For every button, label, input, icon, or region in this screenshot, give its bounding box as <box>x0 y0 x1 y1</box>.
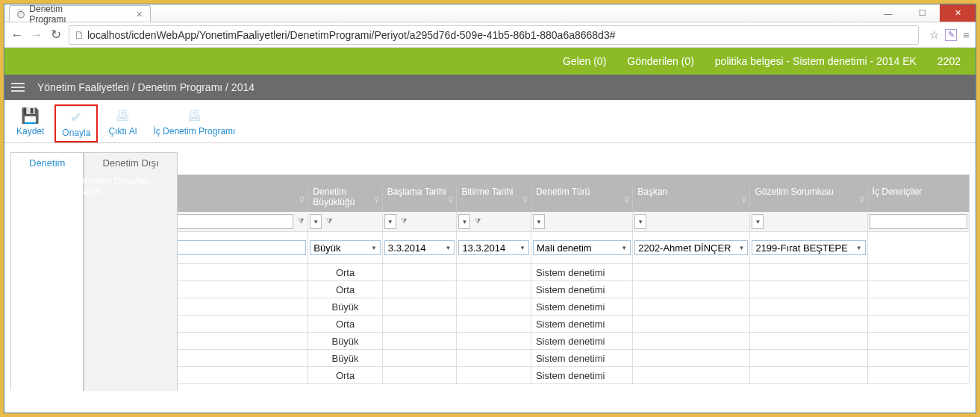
filter-funnel-icon[interactable]: ⧩ <box>295 214 306 229</box>
edit-icon[interactable]: ✎ <box>945 29 957 41</box>
hamburger-icon[interactable] <box>4 83 31 92</box>
filter-tur[interactable]: ▼ <box>533 214 545 229</box>
edit-baslama[interactable]: 3.3.2014▼ <box>384 240 455 255</box>
pin-icon[interactable]: ⚲ <box>741 195 746 204</box>
col-baslik[interactable]: Başlık⚲ <box>73 186 308 212</box>
edit-bitirme[interactable]: 13.3.2014▼ <box>458 240 529 255</box>
filter-funnel-icon[interactable]: ⧩ <box>323 214 335 229</box>
print2-icon: 🖶 <box>187 107 202 124</box>
col-gozetim[interactable]: Gözetim Sorumlusu⚲ <box>750 186 867 212</box>
forward-icon[interactable]: → <box>30 28 43 43</box>
star-icon[interactable]: ☆ <box>929 28 939 42</box>
close-window-button[interactable]: ✕ <box>940 4 976 22</box>
approve-button[interactable]: ✔ Onayla <box>54 104 98 142</box>
window-titlebar: ◯ Denetim Programı × — ☐ ✕ <box>4 4 976 22</box>
col-islemler[interactable]: İşlemler <box>11 175 74 212</box>
col-buyukluk[interactable]: Denetim Büyüklüğü⚲ <box>308 186 383 212</box>
filter-buyukluk[interactable]: ▼ <box>310 214 322 229</box>
save-button[interactable]: 💾 Kaydet <box>10 104 50 139</box>
print-label: Çıktı Al <box>108 126 137 137</box>
inbox-link[interactable]: Gelen (0) <box>563 55 606 67</box>
breadcrumb: Yönetim Faaliyetleri / Denetim Programı … <box>37 81 255 93</box>
reload-icon[interactable]: ↻ <box>49 27 63 43</box>
pin-icon[interactable]: ⚲ <box>299 195 305 204</box>
breadcrumb-bar: Yönetim Faaliyetleri / Denetim Programı … <box>4 75 976 100</box>
minimize-button[interactable]: — <box>871 4 905 22</box>
pin-icon[interactable]: ⚲ <box>448 195 453 204</box>
col-icden[interactable]: İç Denetçiler <box>867 186 969 212</box>
url-input[interactable]: 🗋 localhost/icdenWebApp/YonetimFaaliyetl… <box>69 25 919 45</box>
maximize-button[interactable]: ☐ <box>905 4 940 22</box>
favicon-icon: ◯ <box>17 9 25 19</box>
icdp-label: İç Denetim Programı <box>153 126 235 137</box>
col-bitirme[interactable]: Bitirme Tarihi⚲ <box>457 186 531 212</box>
filter-bitirme[interactable]: ▼ <box>458 214 470 229</box>
save-label: Kaydet <box>16 126 44 137</box>
approve-icon: ✔ <box>70 109 83 125</box>
filter-baskan[interactable]: ▼ <box>634 214 646 229</box>
col-group-detay: Denetim Detayları <box>73 175 969 186</box>
print-icon: 🖶 <box>115 107 130 124</box>
col-baskan[interactable]: Başkan⚲ <box>633 186 750 212</box>
save-icon: 💾 <box>21 107 40 124</box>
filter-gozetim[interactable]: ▼ <box>752 214 764 229</box>
filter-funnel-icon[interactable]: ⧩ <box>398 214 410 229</box>
close-tab-icon[interactable]: × <box>137 8 143 20</box>
menu-icon[interactable]: ≡ <box>963 28 970 41</box>
browser-tab[interactable]: ◯ Denetim Programı × <box>9 5 151 22</box>
filter-icden[interactable] <box>870 214 967 229</box>
edit-gozetim[interactable]: 2199-Fırat BEŞTEPE▼ <box>752 240 865 255</box>
pin-icon[interactable]: ⚲ <box>859 195 864 204</box>
context-label: politika belgesi - Sistem denetimi - 201… <box>715 55 917 67</box>
pin-icon[interactable]: ⚲ <box>374 195 379 204</box>
user-code: 2202 <box>937 55 961 67</box>
ic-denetim-button[interactable]: 🖶 İç Denetim Programı <box>147 104 241 139</box>
edit-buyukluk[interactable]: Büyük▼ <box>310 240 381 255</box>
col-baslama[interactable]: Başlama Tarihi⚲ <box>382 186 457 212</box>
back-icon[interactable]: ← <box>10 28 24 43</box>
header-bar: Gelen (0) Gönderilen (0) politika belges… <box>4 48 976 75</box>
tab-title: Denetim Programı <box>29 4 87 25</box>
address-bar: ← → ↻ 🗋 localhost/icdenWebApp/YonetimFaa… <box>4 22 976 48</box>
toolbar: 💾 Kaydet ✔ Onayla 🖶 Çıktı Al 🖶 İç Deneti… <box>4 100 976 143</box>
pin-icon[interactable]: ⚲ <box>624 195 629 204</box>
filter-baslama[interactable]: ▼ <box>384 214 396 229</box>
col-tur[interactable]: Denetim Türü⚲ <box>531 186 632 212</box>
approve-label: Onayla <box>62 128 90 138</box>
page-icon: 🗋 <box>74 29 84 41</box>
sent-link[interactable]: Gönderilen (0) <box>627 55 694 67</box>
print-button[interactable]: 🖶 Çıktı Al <box>102 104 143 139</box>
url-text: localhost/icdenWebApp/YonetimFaaliyetler… <box>87 29 615 41</box>
pin-icon[interactable]: ⚲ <box>522 195 528 204</box>
filter-funnel-icon[interactable]: ⧩ <box>472 214 484 229</box>
edit-tur[interactable]: Mali denetim▼ <box>533 240 631 255</box>
edit-baskan[interactable]: 2202-Ahmet DİNÇER▼ <box>634 240 748 255</box>
